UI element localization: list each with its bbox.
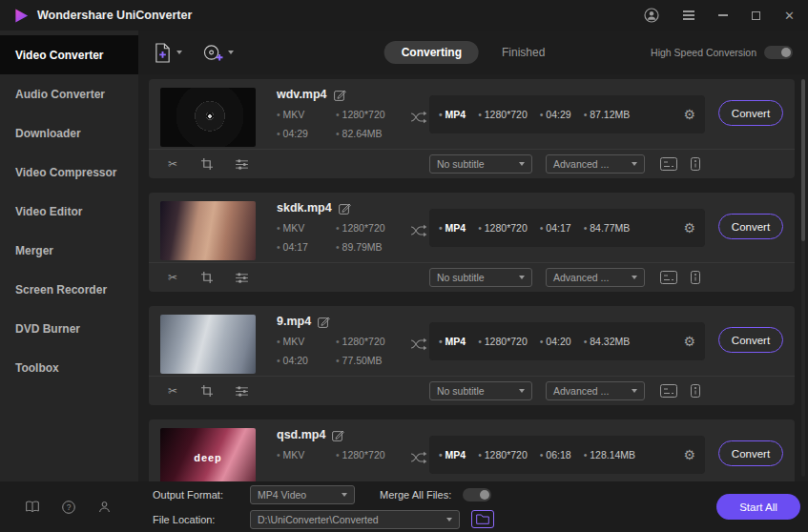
close-button[interactable]: ✕ <box>784 10 795 22</box>
video-thumbnail[interactable] <box>160 88 256 147</box>
sidebar-item-merger[interactable]: Merger <box>0 231 138 270</box>
output-size: 84.77MB <box>584 222 631 234</box>
advanced-select[interactable]: Advanced ... <box>546 381 645 400</box>
rename-icon[interactable] <box>339 202 351 215</box>
effects-icon[interactable] <box>236 159 248 170</box>
tab-finished[interactable]: Finished <box>485 41 562 64</box>
rename-icon[interactable] <box>318 316 330 328</box>
output-summary[interactable]: MP4 1280*720 06:18 128.14MB ⚙ <box>429 436 705 474</box>
convert-button[interactable]: Convert <box>718 214 783 239</box>
output-summary[interactable]: MP4 1280*720 04:17 84.77MB ⚙ <box>429 209 705 247</box>
convert-button[interactable]: Convert <box>718 440 783 466</box>
edit-toolbar: ✂ <box>160 385 256 397</box>
output-summary[interactable]: MP4 1280*720 04:29 87.12MB ⚙ <box>429 95 705 133</box>
add-files-button[interactable] <box>154 43 182 63</box>
rename-icon[interactable] <box>334 89 346 101</box>
file-name: skdk.mp4 <box>277 201 332 215</box>
source-format: MKV <box>277 109 336 120</box>
output-format-select[interactable]: MP4 Video <box>250 485 355 504</box>
subtitle-select[interactable]: No subtitle <box>429 381 532 400</box>
advanced-select[interactable]: Advanced ... <box>546 154 645 174</box>
output-settings-icon[interactable]: ⚙ <box>683 335 695 348</box>
trim-icon[interactable]: ✂ <box>168 385 177 397</box>
sidebar-item-video-converter[interactable]: Video Converter <box>0 35 138 74</box>
edit-toolbar: ✂ <box>160 272 256 283</box>
sidebar-item-toolbox[interactable]: Toolbox <box>0 348 138 387</box>
crop-icon[interactable] <box>201 385 213 397</box>
file-location-select[interactable]: D:\UniConverter\Converted <box>250 510 460 529</box>
chevron-down-icon <box>632 162 637 166</box>
merge-all-label: Merge All Files: <box>380 489 451 501</box>
start-all-button[interactable]: Start All <box>716 494 800 520</box>
crop-icon[interactable] <box>201 272 213 283</box>
subtitle-select[interactable]: No subtitle <box>429 268 532 287</box>
scrollbar-thumb[interactable] <box>801 79 805 241</box>
file-info-icon[interactable] <box>691 271 700 284</box>
sidebar-item-video-compressor[interactable]: Video Compressor <box>0 153 138 192</box>
trim-icon[interactable]: ✂ <box>168 158 177 170</box>
help-icon[interactable]: ? <box>62 501 75 514</box>
output-settings-icon[interactable]: ⚙ <box>683 108 695 121</box>
source-duration: 04:20 <box>277 355 336 366</box>
output-duration: 06:18 <box>540 449 571 460</box>
video-thumbnail[interactable] <box>160 201 256 260</box>
subtitle-select[interactable]: No subtitle <box>429 154 532 174</box>
scrollbar[interactable] <box>801 79 805 477</box>
sidebar-item-downloader[interactable]: Downloader <box>0 113 138 153</box>
subtitle-style-icon[interactable] <box>660 271 677 284</box>
high-speed-label: High Speed Conversion <box>651 47 756 58</box>
subtitle-style-icon[interactable] <box>660 384 677 398</box>
output-format-label: Output Format: <box>153 489 250 501</box>
menu-icon[interactable] <box>683 10 694 20</box>
effects-icon[interactable] <box>236 386 248 397</box>
output-format: MP4 <box>439 222 466 234</box>
file-name: wdv.mp4 <box>277 88 327 101</box>
status-tabs: Converting Finished <box>384 41 563 64</box>
output-settings-icon[interactable]: ⚙ <box>683 221 695 235</box>
user-guide-icon[interactable] <box>26 501 39 513</box>
effects-icon[interactable] <box>236 273 248 283</box>
source-info: qsd.mp4 MKV 1280*720 <box>277 428 408 480</box>
chevron-down-icon <box>519 162 525 166</box>
file-info-icon[interactable] <box>691 157 700 171</box>
output-summary[interactable]: MP4 1280*720 04:20 84.32MB ⚙ <box>429 322 705 360</box>
video-thumbnail[interactable] <box>160 315 256 374</box>
advanced-select[interactable]: Advanced ... <box>546 268 645 287</box>
file-row: skdk.mp4 MKV 1280*720 04:17 89.79MB <box>149 193 795 292</box>
convert-button[interactable]: Convert <box>718 100 783 126</box>
sidebar-item-audio-converter[interactable]: Audio Converter <box>0 74 138 113</box>
load-dvd-button[interactable] <box>203 44 234 62</box>
subtitle-style-icon[interactable] <box>660 157 677 171</box>
footer: ? Output Format: MP4 Video Merge All Fil… <box>0 481 808 532</box>
file-row: 9.mp4 MKV 1280*720 04:20 77.50MB MP <box>149 306 795 405</box>
output-resolution: 1280*720 <box>478 222 528 234</box>
convert-arrow-icon <box>408 338 429 355</box>
output-resolution: 1280*720 <box>478 109 528 120</box>
file-info-icon[interactable] <box>691 384 700 398</box>
source-size: 89.79MB <box>336 241 395 253</box>
open-folder-button[interactable] <box>471 510 494 528</box>
high-speed-toggle[interactable] <box>764 46 793 59</box>
convert-button[interactable]: Convert <box>718 327 783 353</box>
source-format: MKV <box>277 336 336 347</box>
chevron-down-icon <box>228 51 234 54</box>
file-list: wdv.mp4 MKV 1280*720 04:29 82.64MB <box>138 74 808 481</box>
output-format: MP4 <box>439 336 466 347</box>
account-icon[interactable] <box>644 8 659 23</box>
video-thumbnail[interactable]: deep <box>160 428 256 481</box>
contact-icon[interactable] <box>98 501 111 513</box>
minimize-button[interactable] <box>718 14 728 16</box>
trim-icon[interactable]: ✂ <box>168 272 177 283</box>
merge-all-toggle[interactable] <box>463 488 491 501</box>
sidebar-item-dvd-burner[interactable]: DVD Burner <box>0 309 138 348</box>
sidebar-item-video-editor[interactable]: Video Editor <box>0 192 138 231</box>
maximize-button[interactable] <box>752 11 760 20</box>
tab-converting[interactable]: Converting <box>384 41 479 64</box>
crop-icon[interactable] <box>201 158 213 170</box>
file-row: wdv.mp4 MKV 1280*720 04:29 82.64MB <box>149 79 795 178</box>
file-location-label: File Location: <box>153 514 250 525</box>
sidebar-item-screen-recorder[interactable]: Screen Recorder <box>0 270 138 309</box>
rename-icon[interactable] <box>332 429 344 441</box>
toolbar: Converting Finished High Speed Conversio… <box>138 31 808 74</box>
output-settings-icon[interactable]: ⚙ <box>683 448 695 461</box>
